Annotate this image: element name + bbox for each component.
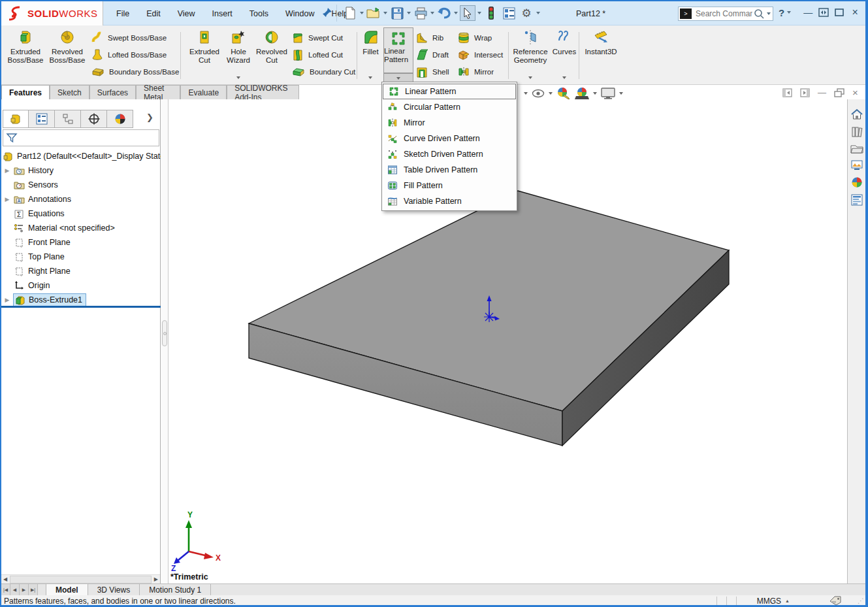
menu-item-mirror[interactable]: Mirror [382, 115, 517, 131]
units-selector[interactable]: MMGS [757, 597, 781, 606]
tab-scroll-next[interactable]: ▶ [20, 584, 29, 595]
tab-scroll-first[interactable]: |◀ [1, 584, 10, 595]
panel-splitter[interactable] [161, 99, 169, 583]
save-button[interactable] [389, 5, 405, 21]
expand-arrow-icon[interactable]: ▶ [1, 167, 13, 174]
intersect-button[interactable]: Intersect [457, 48, 503, 62]
wrap-button[interactable]: Wrap [457, 31, 492, 45]
new-document-caret[interactable] [360, 12, 364, 14]
tab-motion-study-1[interactable]: Motion Study 1 [140, 584, 211, 595]
collapse-left-icon[interactable] [782, 88, 792, 97]
lofted-cut-button[interactable]: Lofted Cut [291, 48, 343, 62]
linear-pattern-button[interactable]: Linear Pattern [383, 27, 413, 73]
collapse-right-icon[interactable] [800, 88, 810, 97]
doc-close-icon[interactable]: × [852, 87, 858, 98]
tree-item-equations[interactable]: Σ Equations [1, 206, 161, 221]
shell-button[interactable]: Shell [415, 65, 449, 79]
expand-arrow-icon[interactable]: ▶ [1, 196, 13, 203]
save-caret[interactable] [407, 12, 411, 14]
tree-filter-box[interactable] [3, 129, 159, 146]
custom-properties-icon[interactable] [851, 194, 863, 206]
units-caret-icon[interactable]: ▲ [785, 599, 790, 603]
menu-item-fill-pattern[interactable]: Fill Pattern [382, 178, 517, 193]
options-list-icon[interactable] [501, 5, 517, 21]
maximize-button[interactable] [833, 6, 846, 19]
tab-solidworks-addins[interactable]: SOLIDWORKS Add-Ins [227, 85, 299, 99]
scroll-left-icon[interactable]: ◀ [1, 576, 9, 582]
resize-grip[interactable]: ⋰ [858, 597, 864, 604]
menu-item-table-driven-pattern[interactable]: Table Driven Pattern [382, 162, 517, 178]
tab-sketch[interactable]: Sketch [50, 85, 89, 99]
dimxpertmanager-tab[interactable] [81, 110, 107, 128]
file-explorer-icon[interactable] [850, 144, 863, 154]
view-settings-icon[interactable] [601, 88, 615, 99]
draft-button[interactable]: Draft [415, 48, 449, 62]
menu-file[interactable]: File [116, 9, 129, 18]
search-input[interactable] [694, 8, 754, 19]
tree-item-origin[interactable]: Origin [1, 278, 161, 293]
manager-tabs-overflow[interactable]: ❯ [146, 112, 153, 122]
tab-model[interactable]: Model [46, 584, 88, 595]
rib-button[interactable]: Rib [415, 31, 443, 45]
lofted-boss-button[interactable]: Lofted Boss/Base [91, 48, 167, 62]
tree-item-front-plane[interactable]: Front Plane [1, 235, 161, 250]
custom-properties-tag-icon[interactable] [829, 596, 842, 606]
tab-features[interactable]: Features [1, 85, 50, 99]
reference-geometry-caret[interactable] [521, 74, 540, 82]
tab-sheet-metal[interactable]: Sheet Metal [136, 85, 180, 99]
menu-item-sketch-driven-pattern[interactable]: Sketch Driven Pattern [382, 146, 517, 162]
tab-scroll-prev[interactable]: ◀ [10, 584, 20, 595]
pin-icon[interactable] [321, 7, 333, 18]
search-icon[interactable] [754, 8, 765, 20]
boundary-boss-button[interactable]: Boundary Boss/Base [91, 65, 179, 79]
search-caret[interactable] [767, 12, 771, 15]
splitter-handle[interactable] [162, 320, 167, 346]
extruded-cut-button[interactable]: Extruded Cut [185, 29, 223, 81]
scroll-right-icon[interactable]: ▶ [152, 576, 160, 582]
boundary-cut-button[interactable]: Boundary Cut [291, 65, 355, 79]
swept-boss-button[interactable]: Swept Boss/Base [91, 31, 167, 45]
tab-3d-views[interactable]: 3D Views [88, 584, 140, 595]
mirror-button[interactable]: Mirror [457, 65, 494, 79]
design-library-icon[interactable] [851, 126, 863, 138]
tree-item-material[interactable]: Material <not specified> [1, 221, 161, 235]
hole-wizard-caret[interactable] [229, 74, 248, 82]
curves-button[interactable]: Curves [551, 29, 577, 81]
print-button[interactable] [413, 5, 428, 21]
revolved-cut-button[interactable]: Revolved Cut [253, 29, 290, 81]
help-caret[interactable] [787, 11, 791, 14]
menu-edit[interactable]: Edit [146, 9, 161, 18]
configurationmanager-tab[interactable] [55, 110, 81, 128]
curves-caret[interactable] [555, 74, 574, 82]
instant3d-button[interactable]: Instant3D [581, 29, 620, 81]
appearances-icon[interactable] [851, 176, 863, 188]
apply-scene-icon[interactable] [575, 87, 589, 100]
doc-minimize-icon[interactable]: — [818, 88, 826, 97]
menu-tools[interactable]: Tools [249, 9, 268, 18]
settings-caret[interactable] [536, 12, 540, 14]
undo-caret[interactable] [454, 12, 458, 14]
menu-item-curve-driven-pattern[interactable]: Curve Driven Pattern [382, 131, 517, 146]
menu-insert[interactable]: Insert [212, 9, 233, 18]
tree-item-right-plane[interactable]: Right Plane [1, 264, 161, 278]
tab-scroll-last[interactable]: ▶| [29, 584, 38, 595]
expand-arrow-icon[interactable]: ▶ [1, 297, 13, 303]
minimize-button[interactable]: — [801, 6, 814, 19]
restore-width-button[interactable] [817, 6, 830, 19]
hide-show-caret[interactable] [549, 92, 553, 95]
fillet-button[interactable]: Fillet [359, 29, 383, 81]
rollback-bar[interactable] [1, 306, 161, 308]
menu-item-linear-pattern[interactable]: Linear Pattern [383, 84, 516, 99]
tree-item-history[interactable]: ▶ History [1, 163, 161, 178]
tree-horizontal-scrollbar[interactable]: ◀ ▶ [1, 574, 160, 583]
menu-view[interactable]: View [178, 9, 195, 18]
home-icon[interactable] [850, 108, 863, 120]
extruded-boss-button[interactable]: Extruded Boss/Base [5, 29, 46, 81]
print-caret[interactable] [430, 12, 434, 14]
menu-window[interactable]: Window [285, 9, 314, 18]
edit-appearance-icon[interactable] [556, 87, 571, 100]
help-button[interactable]: ? [779, 7, 784, 18]
tab-surfaces[interactable]: Surfaces [89, 85, 136, 99]
hole-wizard-button[interactable]: Hole Wizard [224, 29, 253, 81]
fillet-caret[interactable] [361, 74, 380, 82]
